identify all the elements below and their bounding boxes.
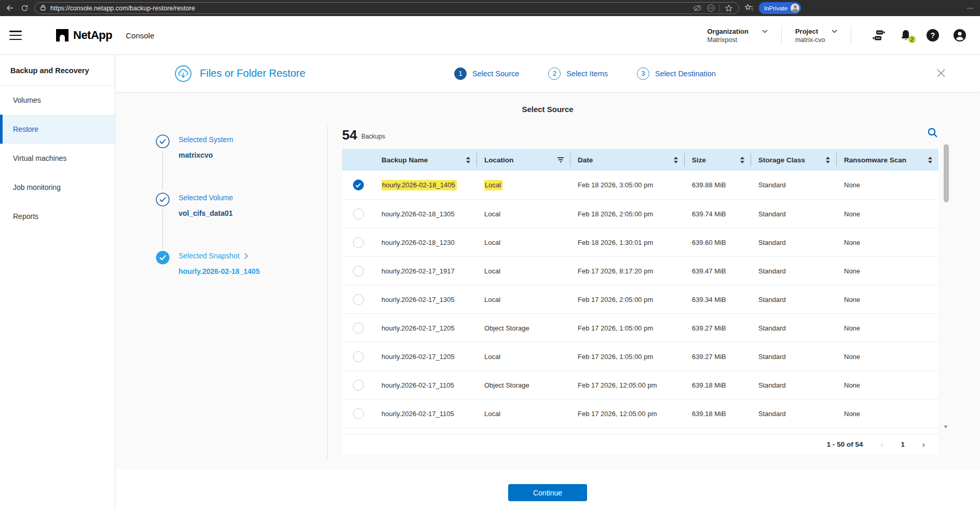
selected-volume-value: vol_cifs_data01	[179, 209, 327, 217]
column-label: Storage Class	[758, 156, 805, 164]
radio-button[interactable]	[353, 266, 364, 277]
date-cell: Feb 18 2026, 1:30:01 pm	[578, 239, 653, 246]
search-icon[interactable]	[927, 127, 938, 142]
table-row[interactable]: hourly.2026-02-18_1405 Local Feb 18 2026…	[342, 171, 938, 199]
wizard-step-select-source[interactable]: 1 Select Source	[454, 67, 519, 80]
scrollbar-thumb[interactable]	[944, 144, 949, 202]
table-row[interactable]: hourly.2026-02-17_1105 Object Storage Fe…	[342, 370, 938, 399]
sidebar-item-reports[interactable]: Reports	[0, 202, 115, 231]
account-icon[interactable]	[953, 29, 967, 42]
table-row[interactable]: hourly.2026-02-18_1230 Local Feb 18 2026…	[342, 228, 938, 256]
browser-refresh-icon[interactable]	[20, 4, 29, 13]
sort-icon[interactable]	[924, 157, 932, 163]
location-cell: Object Storage	[484, 381, 529, 389]
stepper-selected-snapshot: Selected Snapshot hourly.2026-02-18_1405	[156, 252, 327, 310]
column-header-select	[342, 153, 374, 167]
column-header-date[interactable]: Date	[570, 153, 685, 167]
address-bar[interactable]	[34, 2, 739, 14]
close-icon[interactable]	[935, 67, 947, 81]
table-row[interactable]: hourly.2026-02-17_1205 Object Storage Fe…	[342, 313, 938, 342]
column-header-ransomware-scan[interactable]: Ransomware Scan	[837, 153, 938, 167]
sort-icon[interactable]	[670, 157, 678, 163]
wizard-title: Files or Folder Restore	[200, 67, 305, 79]
wizard-step-select-destination[interactable]: 3 Select Destination	[637, 67, 716, 80]
radio-button[interactable]	[353, 380, 364, 391]
column-header-location[interactable]: Location	[477, 153, 570, 167]
browser-back-icon[interactable]	[5, 4, 15, 13]
selected-system-value: matrixcvo	[179, 151, 327, 159]
storage-class-cell: Standard	[758, 353, 786, 361]
sidebar-item-job-monitoring[interactable]: Job monitoring	[0, 173, 115, 202]
partial-row	[342, 428, 938, 434]
selected-snapshot-link[interactable]: Selected Snapshot	[179, 252, 327, 260]
connector-icon[interactable]	[872, 29, 886, 42]
column-header-storage-class[interactable]: Storage Class	[751, 153, 837, 167]
column-label: Size	[692, 156, 706, 164]
wizard-title-group: Files or Folder Restore	[174, 64, 305, 83]
filter-icon[interactable]	[553, 157, 564, 162]
url-input[interactable]	[50, 5, 688, 12]
check-circle-icon	[156, 192, 170, 209]
location-cell: Local	[484, 296, 500, 304]
date-cell: Feb 17 2026, 8:17:20 pm	[578, 267, 653, 275]
storage-class-cell: Standard	[758, 181, 786, 189]
storage-class-cell: Standard	[758, 210, 786, 218]
sort-icon[interactable]	[822, 157, 830, 163]
radio-button[interactable]	[353, 408, 364, 419]
radio-button[interactable]	[353, 294, 364, 305]
backup-name-cell: hourly.2026-02-17_1205	[382, 353, 455, 361]
size-cell: 639.18 MiB	[692, 410, 726, 418]
radio-button[interactable]	[353, 180, 364, 190]
column-label: Backup Name	[382, 156, 428, 164]
sort-icon[interactable]	[462, 157, 470, 163]
reader-more-icon[interactable]	[706, 4, 715, 13]
pagination: 1 - 50 of 54 ‹ 1 ›	[342, 434, 938, 454]
favorite-star-icon[interactable]	[724, 4, 733, 13]
radio-button[interactable]	[353, 323, 364, 334]
table-row[interactable]: hourly.2026-02-17_1205 Local Feb 17 2026…	[342, 342, 938, 370]
tracking-prevention-icon[interactable]	[692, 4, 702, 13]
main-content: Files or Folder Restore 1 Select Source …	[115, 55, 980, 510]
organization-value: Matrixpost	[707, 36, 767, 44]
radio-button[interactable]	[353, 237, 364, 248]
backup-name-cell: hourly.2026-02-18_1405	[382, 180, 457, 190]
radio-button[interactable]	[353, 351, 364, 362]
column-header-size[interactable]: Size	[685, 153, 751, 167]
table-row[interactable]: hourly.2026-02-18_1305 Local Feb 18 2026…	[342, 199, 938, 228]
ransomware-scan-cell: None	[844, 353, 860, 361]
pagination-page-number[interactable]: 1	[901, 440, 905, 448]
ransomware-scan-cell: None	[844, 267, 860, 275]
scrollbar-down-arrow[interactable]	[944, 425, 948, 429]
table-row[interactable]: hourly.2026-02-17_1305 Local Feb 17 2026…	[342, 285, 938, 313]
radio-button[interactable]	[353, 209, 364, 219]
storage-class-cell: Standard	[758, 381, 786, 389]
location-cell: Local	[484, 180, 502, 190]
organization-selector[interactable]: Organization Matrixpost	[693, 27, 781, 44]
wizard-step-select-items[interactable]: 2 Select Items	[548, 67, 608, 80]
backup-name-cell: hourly.2026-02-17_1205	[382, 324, 455, 332]
pagination-prev-icon[interactable]: ‹	[880, 440, 883, 448]
help-glyph: ?	[927, 29, 939, 42]
netapp-logo: NetApp	[56, 29, 112, 42]
column-header-backup-name[interactable]: Backup Name	[374, 153, 477, 167]
sidebar-item-virtual-machines[interactable]: Virtual machines	[0, 144, 115, 173]
chevron-right-icon	[244, 253, 248, 259]
wizard-header: Files or Folder Restore 1 Select Source …	[115, 55, 980, 92]
favorites-hub-icon[interactable]	[744, 4, 754, 13]
help-icon[interactable]: ?	[926, 29, 940, 42]
sort-icon[interactable]	[736, 157, 744, 163]
table-row[interactable]: hourly.2026-02-17_1917 Local Feb 17 2026…	[342, 256, 938, 285]
sidebar-item-restore[interactable]: Restore	[0, 115, 115, 144]
stepper-label: Selected Volume	[179, 194, 327, 202]
hamburger-menu-icon[interactable]	[9, 31, 22, 40]
browser-chrome: InPrivate	[0, 0, 980, 16]
project-selector[interactable]: Project matrix-cvo	[782, 27, 851, 44]
table-row[interactable]: hourly.2026-02-17_1105 Local Feb 17 2026…	[342, 399, 938, 428]
stepper-selected-system: Selected System matrixcvo	[156, 135, 327, 194]
pagination-next-icon[interactable]: ›	[922, 440, 925, 448]
notifications-bell-icon[interactable]: 2	[899, 29, 913, 42]
continue-button[interactable]: Continue	[508, 484, 587, 501]
sidebar-item-volumes[interactable]: Volumes	[0, 86, 115, 115]
browser-menu-icon[interactable]	[965, 4, 975, 13]
inprivate-badge[interactable]: InPrivate	[759, 2, 801, 14]
